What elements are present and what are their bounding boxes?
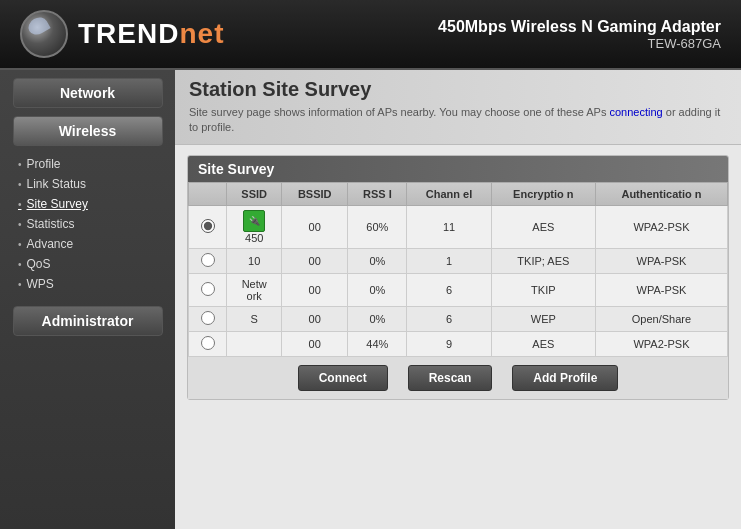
row2-radio[interactable] [201,253,215,267]
col-bssid: BSSID [282,182,348,205]
row5-ssid [227,331,282,356]
row3-encryption: TKIP [491,273,595,306]
wireless-button[interactable]: Wireless [13,116,163,146]
col-ssid: SSID [227,182,282,205]
row1-radio[interactable] [201,219,215,233]
row4-encryption: WEP [491,306,595,331]
table-row: 10 00 0% 1 TKIP; AES WPA-PSK [189,248,728,273]
sidebar-menu: Profile Link Status Site Survey Statisti… [0,150,175,298]
row5-encryption: AES [491,331,595,356]
trendnet-logo-icon [20,10,68,58]
row4-auth: Open/Share [595,306,727,331]
row4-radio[interactable] [201,311,215,325]
row5-auth: WPA2-PSK [595,331,727,356]
table-row: Network 00 0% 6 TKIP WPA-PSK [189,273,728,306]
survey-panel: Site Survey SSID BSSID RSS I Chann el En… [187,155,729,400]
row1-ssid: 🔌 450 [227,205,282,248]
row3-auth: WPA-PSK [595,273,727,306]
logo-trend: TREND [78,18,179,49]
row4-radio-cell[interactable] [189,306,227,331]
device-model: TEW-687GA [438,36,721,51]
table-row: 🔌 450 00 60% 11 AES WPA2-PSK [189,205,728,248]
row2-channel: 1 [407,248,491,273]
row4-rssi: 0% [348,306,407,331]
col-authentication: Authenticatio n [595,182,727,205]
table-row: S 00 0% 6 WEP Open/Share [189,306,728,331]
col-encryption: Encryptio n [491,182,595,205]
row2-ssid: 10 [227,248,282,273]
row3-radio[interactable] [201,282,215,296]
network-button[interactable]: Network [13,78,163,108]
row4-ssid: S [227,306,282,331]
sidebar-item-qos[interactable]: QoS [18,254,175,274]
row1-channel: 11 [407,205,491,248]
row3-bssid: 00 [282,273,348,306]
row3-radio-cell[interactable] [189,273,227,306]
page-description: Site survey page shows information of AP… [189,105,727,136]
logo-area: TRENDnet [20,10,224,58]
sidebar-item-site-survey[interactable]: Site Survey [18,194,175,214]
row2-bssid: 00 [282,248,348,273]
header: TRENDnet 450Mbps Wireless N Gaming Adapt… [0,0,741,70]
device-name: 450Mbps Wireless N Gaming Adapter [438,18,721,36]
administrator-button[interactable]: Administrator [13,306,163,336]
row2-encryption: TKIP; AES [491,248,595,273]
row3-rssi: 0% [348,273,407,306]
page-title: Station Site Survey [189,78,727,101]
page-title-bar: Station Site Survey Site survey page sho… [175,70,741,145]
row1-auth: WPA2-PSK [595,205,727,248]
survey-table: SSID BSSID RSS I Chann el Encryptio n Au… [188,182,728,357]
add-profile-button[interactable]: Add Profile [512,365,618,391]
sidebar-item-wps[interactable]: WPS [18,274,175,294]
row3-channel: 6 [407,273,491,306]
content-area: Station Site Survey Site survey page sho… [175,70,741,529]
connecting-link[interactable]: connecting [610,106,663,118]
ap-icon: 🔌 [243,210,265,232]
sidebar-item-advance[interactable]: Advance [18,234,175,254]
row1-bssid: 00 [282,205,348,248]
button-row: Connect Rescan Add Profile [188,357,728,399]
logo-text: TRENDnet [78,18,224,50]
sidebar: Network Wireless Profile Link Status Sit… [0,70,175,529]
sidebar-item-link-status[interactable]: Link Status [18,174,175,194]
row2-rssi: 0% [348,248,407,273]
row1-radio-cell[interactable] [189,205,227,248]
row1-encryption: AES [491,205,595,248]
main-layout: Network Wireless Profile Link Status Sit… [0,70,741,529]
row4-channel: 6 [407,306,491,331]
row5-radio[interactable] [201,336,215,350]
table-row: 00 44% 9 AES WPA2-PSK [189,331,728,356]
logo-net: net [179,18,224,49]
col-channel: Chann el [407,182,491,205]
connect-button[interactable]: Connect [298,365,388,391]
row3-ssid: Network [227,273,282,306]
col-radio [189,182,227,205]
row5-radio-cell[interactable] [189,331,227,356]
header-right: 450Mbps Wireless N Gaming Adapter TEW-68… [438,18,721,51]
survey-panel-header: Site Survey [188,156,728,182]
rescan-button[interactable]: Rescan [408,365,493,391]
row1-rssi: 60% [348,205,407,248]
row2-auth: WPA-PSK [595,248,727,273]
row2-radio-cell[interactable] [189,248,227,273]
sidebar-item-profile[interactable]: Profile [18,154,175,174]
sidebar-item-statistics[interactable]: Statistics [18,214,175,234]
row5-rssi: 44% [348,331,407,356]
col-rssi: RSS I [348,182,407,205]
row5-channel: 9 [407,331,491,356]
row5-bssid: 00 [282,331,348,356]
row4-bssid: 00 [282,306,348,331]
table-header-row: SSID BSSID RSS I Chann el Encryptio n Au… [189,182,728,205]
